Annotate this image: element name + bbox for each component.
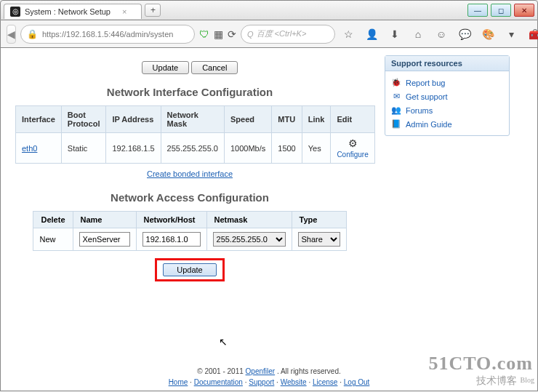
window-close-button[interactable]: ✕ <box>514 4 534 17</box>
nic-th-edit: Edit <box>331 106 374 133</box>
sidebar-title: Support resources <box>385 56 509 71</box>
window-maximize-button[interactable]: ◻ <box>491 4 511 17</box>
footer-link-license[interactable]: License <box>313 378 337 386</box>
nic-table: Interface Boot Protocol IP Address Netwo… <box>15 105 375 164</box>
palette-icon[interactable]: 🎨 <box>479 25 497 43</box>
tools-icon[interactable]: 🧰 <box>526 25 538 43</box>
qr-icon[interactable]: ▦ <box>214 25 223 43</box>
nac-netmask-select[interactable]: 255.255.255.0 <box>213 232 286 247</box>
user-icon[interactable]: 👤 <box>363 25 380 43</box>
chat-icon[interactable]: 💬 <box>456 25 473 43</box>
window-minimize-button[interactable]: — <box>467 4 488 17</box>
nic-section-title: Network Interface Configuration <box>15 86 364 98</box>
rights-text: . All rights reserved. <box>277 367 341 375</box>
forums-icon: 👥 <box>391 105 401 115</box>
favicon-openfiler: ◎ <box>10 7 20 17</box>
tab-title: System : Network Setup <box>25 7 111 16</box>
nic-th-interface: Interface <box>16 106 62 133</box>
search-engine-icon: Q <box>247 30 254 39</box>
nac-network-input[interactable] <box>142 232 201 247</box>
footer-link-logout[interactable]: Log Out <box>344 378 370 386</box>
new-tab-button[interactable]: + <box>145 4 161 17</box>
top-button-row: Update Cancel <box>15 61 364 74</box>
sidebar-item-forums[interactable]: 👥 Forums <box>391 103 503 117</box>
nac-new-row: New 255.255.255.0 Share <box>33 228 346 251</box>
sidebar-item-admin-guide[interactable]: 📘 Admin Guide <box>391 117 503 131</box>
nic-link: Yes <box>302 133 331 164</box>
footer-link-support[interactable]: Support <box>249 378 274 386</box>
create-bonded-link[interactable]: Create bonded interface <box>147 169 233 178</box>
support-resources-box: Support resources 🐞 Report bug ✉ Get sup… <box>385 55 510 136</box>
nic-interface-link[interactable]: eth0 <box>22 144 37 153</box>
footer-link-home[interactable]: Home <box>169 378 188 386</box>
nic-table-header-row: Interface Boot Protocol IP Address Netwo… <box>16 106 375 133</box>
nic-th-link: Link <box>302 106 331 133</box>
shield-icon[interactable]: 🛡 <box>199 25 209 43</box>
nic-speed: 1000Mb/s <box>224 133 271 164</box>
browser-tab[interactable]: ◎ System : Network Setup × <box>4 4 142 19</box>
home-icon[interactable]: ⌂ <box>409 25 427 43</box>
configure-icon[interactable]: ⚙ <box>348 137 358 149</box>
search-placeholder: 百度 <Ctrl+K> <box>257 28 307 39</box>
update-highlight-box: Update <box>155 258 224 281</box>
nic-th-mtu: MTU <box>272 106 302 133</box>
mouse-cursor-icon: ↖ <box>219 336 228 348</box>
lock-icon: 🔒 <box>27 29 38 39</box>
footer-link-documentation[interactable]: Documentation <box>194 378 243 386</box>
nic-ip: 192.168.1.5 <box>106 133 161 164</box>
copyright-text: © 2001 - 2011 <box>197 367 245 375</box>
nac-update-button[interactable]: Update <box>163 263 216 276</box>
sidebar-item-label: Get support <box>406 92 447 101</box>
window-titlebar: ◎ System : Network Setup × + — ◻ ✕ <box>0 0 538 20</box>
nac-delete-cell: New <box>33 228 73 251</box>
nac-th-delete: Delete <box>33 212 73 228</box>
footer-link-website[interactable]: Website <box>281 378 307 386</box>
nic-th-boot: Boot Protocol <box>61 106 106 133</box>
nic-mtu: 1500 <box>272 133 302 164</box>
star-icon[interactable]: ☆ <box>340 25 357 43</box>
sidebar-item-report-bug[interactable]: 🐞 Report bug <box>391 76 503 89</box>
nac-name-input[interactable] <box>79 232 130 247</box>
search-box[interactable]: Q 百度 <Ctrl+K> <box>241 25 335 44</box>
book-icon: 📘 <box>391 119 401 129</box>
mail-icon: ✉ <box>391 92 401 101</box>
address-bar[interactable]: 🔒 https://192.168.1.5:446/admin/systen <box>20 25 195 44</box>
nic-boot: Static <box>61 133 106 164</box>
sidebar-item-get-support[interactable]: ✉ Get support <box>391 89 503 103</box>
top-update-button[interactable]: Update <box>142 61 189 74</box>
sidebar: Support resources 🐞 Report bug ✉ Get sup… <box>379 48 515 311</box>
configure-link[interactable]: Configure <box>337 151 368 159</box>
sidebar-item-label: Admin Guide <box>406 120 452 129</box>
nac-section-title: Network Access Configuration <box>15 191 364 204</box>
nac-table: Delete Name Network/Host Netmask Type Ne… <box>33 211 346 251</box>
nic-th-ip: IP Address <box>106 106 161 133</box>
download-icon[interactable]: ⬇ <box>386 25 404 43</box>
sidebar-item-label: Forums <box>406 106 433 115</box>
nic-th-mask: Network Mask <box>161 106 224 133</box>
nav-back-button[interactable]: ◀ <box>7 25 16 44</box>
page-viewport: Update Cancel Network Interface Configur… <box>0 48 538 391</box>
browser-toolbar: ◀ 🔒 https://192.168.1.5:446/admin/systen… <box>0 20 538 48</box>
nic-table-row: eth0 Static 192.168.1.5 255.255.255.0 10… <box>16 133 375 164</box>
nac-type-select[interactable]: Share <box>298 232 340 247</box>
nac-th-type: Type <box>292 212 346 228</box>
bug-icon: 🐞 <box>391 78 401 87</box>
top-cancel-button[interactable]: Cancel <box>191 61 238 74</box>
more-icon[interactable]: ▾ <box>502 25 520 43</box>
page-footer: © 2001 - 2011 Openfiler . All rights res… <box>1 366 537 388</box>
smile-icon[interactable]: ☺ <box>433 25 450 43</box>
url-text: https://192.168.1.5:446/admin/systen <box>42 30 173 39</box>
nic-th-speed: Speed <box>224 106 271 133</box>
nac-th-network: Network/Host <box>136 212 206 228</box>
main-content: Update Cancel Network Interface Configur… <box>1 48 379 311</box>
close-tab-icon[interactable]: × <box>122 7 127 16</box>
reload-icon[interactable]: ⟳ <box>228 25 236 43</box>
nic-mask: 255.255.255.0 <box>161 133 224 164</box>
sidebar-item-label: Report bug <box>406 79 445 87</box>
nac-th-name: Name <box>73 212 136 228</box>
footer-brand-link[interactable]: Openfiler <box>246 367 276 375</box>
nac-th-netmask: Netmask <box>206 212 292 228</box>
